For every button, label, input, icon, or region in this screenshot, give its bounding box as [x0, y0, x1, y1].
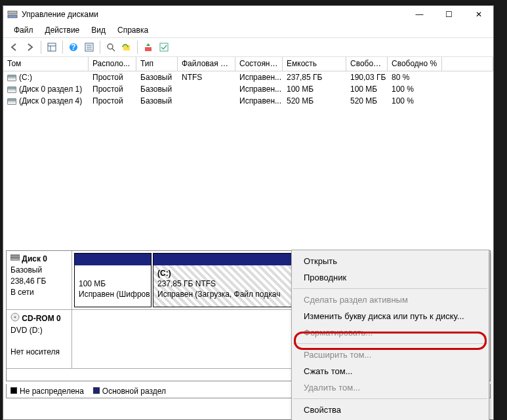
volume-icon	[7, 75, 16, 81]
disk0-name: Диск 0	[22, 254, 47, 263]
ctx-format: Форматировать...	[292, 324, 489, 341]
svg-point-11	[108, 44, 113, 49]
cdrom-type: DVD (D:)	[10, 326, 43, 335]
table-row[interactable]: (C:)ПростойБазовыйNTFSИсправен...237,85 …	[3, 71, 493, 83]
help-icon[interactable]: ?	[66, 40, 81, 54]
volume-icon	[7, 98, 16, 105]
svg-rect-0	[8, 11, 17, 14]
col-type[interactable]: Тип	[136, 57, 178, 71]
table-row[interactable]: (Диск 0 раздел 1)ПростойБазовыйИсправен.…	[3, 83, 493, 95]
action1-icon[interactable]	[141, 40, 155, 54]
col-rasp[interactable]: Располо...	[89, 57, 136, 71]
svg-rect-13	[123, 45, 130, 50]
menu-view[interactable]: Вид	[86, 24, 111, 36]
ctx-extend: Расширить том...	[292, 347, 489, 363]
col-status[interactable]: Состояние	[235, 57, 283, 71]
svg-rect-2	[48, 43, 56, 51]
svg-text:?: ?	[71, 43, 75, 52]
disk-icon	[10, 254, 20, 265]
table-row[interactable]: (Диск 0 раздел 4)ПростойБазовыйИсправен.…	[3, 95, 493, 107]
ctx-props[interactable]: Свойства	[292, 402, 489, 418]
disk0-type: Базовый	[10, 265, 42, 275]
titlebar[interactable]: Управление дисками — ☐ ✕	[3, 6, 493, 23]
legend-unallocated: Не распределена	[10, 387, 84, 396]
cdrom-name: CD-ROM 0	[22, 314, 60, 323]
close-button[interactable]: ✕	[464, 6, 493, 23]
ctx-delete: Удалить том...	[292, 379, 489, 396]
svg-line-12	[112, 48, 115, 51]
menu-action[interactable]: Действие	[40, 24, 85, 36]
legend-primary: Основной раздел	[93, 387, 166, 396]
svg-rect-14	[145, 47, 152, 51]
p2-size: 237,85 ГБ NTFS	[157, 279, 216, 288]
col-fs[interactable]: Файловая с...	[178, 57, 235, 71]
svg-rect-17	[10, 258, 20, 260]
ctx-shrink[interactable]: Сжать том...	[292, 363, 489, 379]
window-title: Управление дисками	[22, 10, 405, 19]
refresh-icon[interactable]	[119, 40, 134, 54]
maximize-button[interactable]: ☐	[434, 6, 464, 23]
menu-help[interactable]: Справка	[112, 24, 153, 36]
p2-status: Исправен (Загрузка, Файл подкач	[157, 290, 280, 299]
svg-rect-16	[10, 255, 20, 258]
col-freepct[interactable]: Свободно %	[388, 57, 442, 71]
disk0-info[interactable]: Диск 0 Базовый 238,46 ГБ В сети	[7, 251, 72, 309]
action2-icon[interactable]	[157, 40, 171, 54]
ctx-explorer[interactable]: Проводник	[292, 269, 489, 286]
col-tom[interactable]: Том	[3, 57, 89, 71]
p1-status: Исправен (Шифров	[79, 290, 150, 299]
context-menu: Открыть Проводник Сделать раздел активны…	[291, 250, 489, 420]
back-icon[interactable]	[7, 40, 22, 54]
disk0-partition1[interactable]: 100 МБ Исправен (Шифров	[74, 253, 152, 307]
ctx-open[interactable]: Открыть	[292, 253, 489, 269]
show-hide-icon[interactable]	[45, 40, 59, 54]
cdrom-info[interactable]: CD-ROM 0 DVD (D:) Нет носителя	[7, 310, 72, 368]
properties-icon[interactable]	[82, 40, 96, 54]
ctx-letter[interactable]: Изменить букву диска или путь к диску...	[292, 308, 489, 324]
p2-name: (C:)	[157, 269, 171, 278]
ctx-active: Сделать раздел активным	[292, 292, 489, 308]
disk0-status: В сети	[10, 288, 34, 297]
p1-size: 100 МБ	[79, 279, 106, 288]
svg-rect-15	[160, 43, 168, 51]
search-icon[interactable]	[104, 40, 118, 54]
col-free[interactable]: Свобод...	[346, 57, 388, 71]
svg-point-19	[14, 316, 16, 318]
forward-icon[interactable]	[23, 40, 37, 54]
menu-file[interactable]: Файл	[9, 24, 39, 36]
minimize-button[interactable]: —	[405, 6, 434, 23]
cdrom-status: Нет носителя	[10, 347, 60, 356]
volume-icon	[7, 86, 16, 93]
volume-table: Том Располо... Тип Файловая с... Состоян…	[3, 57, 493, 107]
col-spacer	[442, 57, 493, 71]
cdrom-icon	[10, 313, 20, 325]
app-icon	[7, 9, 18, 20]
svg-rect-1	[8, 15, 17, 18]
disk-management-window: Управление дисками — ☐ ✕ Файл Действие В…	[3, 5, 494, 420]
col-capacity[interactable]: Емкость	[283, 57, 346, 71]
disk0-size: 238,46 ГБ	[10, 277, 46, 286]
menubar: Файл Действие Вид Справка	[3, 23, 493, 37]
toolbar: ?	[3, 37, 493, 57]
